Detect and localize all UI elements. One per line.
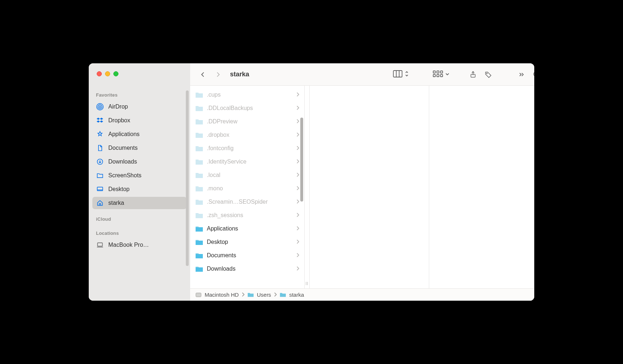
sidebar-item-label: Desktop [108,186,130,192]
sidebar-item-applications[interactable]: Applications [92,128,187,140]
svg-rect-7 [433,71,435,73]
list-item[interactable]: .IdentityService [190,155,304,168]
folder-icon [195,92,203,98]
main-panel: starka [190,63,534,301]
list-item[interactable]: .fontconfig [190,141,304,155]
svg-rect-18 [196,119,198,120]
sidebar-item-desktop[interactable]: Desktop [92,183,187,195]
item-name: .fontconfig [207,145,296,152]
laptop-icon [96,241,104,249]
chevron-right-icon [242,292,244,298]
forward-button[interactable] [212,68,224,81]
columns-icon [393,70,402,79]
view-mode-button[interactable] [393,70,409,79]
sidebar-item-macbook[interactable]: MacBook Pro… [92,239,187,251]
chevron-right-icon [296,266,299,272]
folder-icon [195,172,203,178]
chevron-right-icon [296,118,299,125]
svg-rect-11 [440,71,443,73]
svg-rect-29 [196,267,198,267]
chevron-updown-icon [405,71,409,79]
svg-rect-27 [196,240,198,241]
back-button[interactable] [197,68,209,81]
list-item[interactable]: .DDLocalBackups [190,101,304,115]
window-controls [89,63,190,86]
folder-icon [195,185,203,192]
path-segment[interactable]: starka [289,292,304,298]
column-1[interactable]: .cups.DDLocalBackups.DDPreview.dropbox.f… [190,86,305,288]
svg-rect-24 [196,200,198,200]
svg-rect-10 [437,75,439,77]
more-toolbar-button[interactable] [515,68,527,81]
tags-button[interactable] [482,68,494,81]
sidebar-item-documents[interactable]: Documents [92,142,187,154]
folder-icon [195,239,203,245]
sidebar-item-dropbox[interactable]: Dropbox [92,114,187,127]
sidebar-section-icloud: iCloud [89,210,190,224]
minimize-window-button[interactable] [105,71,110,76]
svg-rect-28 [196,253,198,254]
share-button[interactable] [467,68,479,81]
svg-rect-25 [196,213,198,214]
list-item[interactable]: Desktop [190,235,304,249]
sidebar-scrollbar[interactable] [186,90,189,266]
close-window-button[interactable] [97,71,102,76]
list-item[interactable]: .mono [190,182,304,195]
finder-window: Favorites AirDrop Dropbox Applications D… [89,63,534,301]
chevron-right-icon [296,225,299,232]
list-item[interactable]: .cups [190,88,304,101]
item-name: .DDPreview [207,118,296,125]
search-button[interactable] [530,68,534,81]
zoom-window-button[interactable] [113,71,118,76]
downloads-icon [96,158,104,166]
column-2[interactable] [310,86,429,288]
chevron-right-icon [296,145,299,152]
path-segment[interactable]: Users [257,292,271,298]
list-item[interactable]: .dropbox [190,128,304,141]
list-item[interactable]: Applications [190,222,304,235]
sidebar-section-favorites: Favorites [89,86,190,100]
svg-rect-5 [97,243,102,246]
folder-icon [195,225,203,232]
list-item[interactable]: Documents [190,249,304,262]
folder-icon [195,118,203,125]
group-icon [433,70,443,79]
folder-icon [195,252,203,259]
item-name: .DDLocalBackups [207,105,296,111]
sidebar-item-label: Dropbox [108,117,130,124]
svg-point-15 [534,72,534,76]
chevron-right-icon [296,212,299,219]
item-name: .zsh_sessions [207,212,296,219]
item-name: Applications [207,225,296,232]
sidebar-item-airdrop[interactable]: AirDrop [92,101,187,113]
list-item[interactable]: Downloads [190,262,304,275]
list-item[interactable]: .local [190,168,304,182]
chevron-right-icon [296,172,299,178]
column-3[interactable] [429,86,534,288]
item-name: .Screamin…SEOSpider [207,199,296,205]
sidebar-item-label: ScreenShots [108,172,142,179]
path-segment[interactable]: Macintosh HD [205,292,239,298]
folder-icon [96,172,104,179]
column-scrollbar[interactable] [300,118,303,202]
chevron-down-icon [445,71,450,78]
item-name: .cups [207,92,296,98]
sidebar-item-label: AirDrop [108,103,128,110]
chevron-right-icon [296,158,299,165]
dropbox-icon [96,117,104,124]
item-name: .mono [207,185,296,192]
sidebar-item-downloads[interactable]: Downloads [92,156,187,168]
list-item[interactable]: .DDPreview [190,115,304,128]
column-resize-handle[interactable]: ll [305,86,310,288]
group-by-button[interactable] [433,70,450,79]
folder-icon [195,266,203,272]
sidebar-item-home[interactable]: starka [92,197,187,209]
svg-rect-4 [97,187,103,191]
svg-point-14 [486,73,487,74]
list-item[interactable]: .zsh_sessions [190,208,304,222]
sidebar-item-screenshots[interactable]: ScreenShots [92,169,187,182]
list-item[interactable]: .Screamin…SEOSpider [190,195,304,208]
sidebar-item-label: Applications [108,131,139,137]
chevron-right-icon [296,185,299,192]
svg-rect-6 [393,71,402,77]
